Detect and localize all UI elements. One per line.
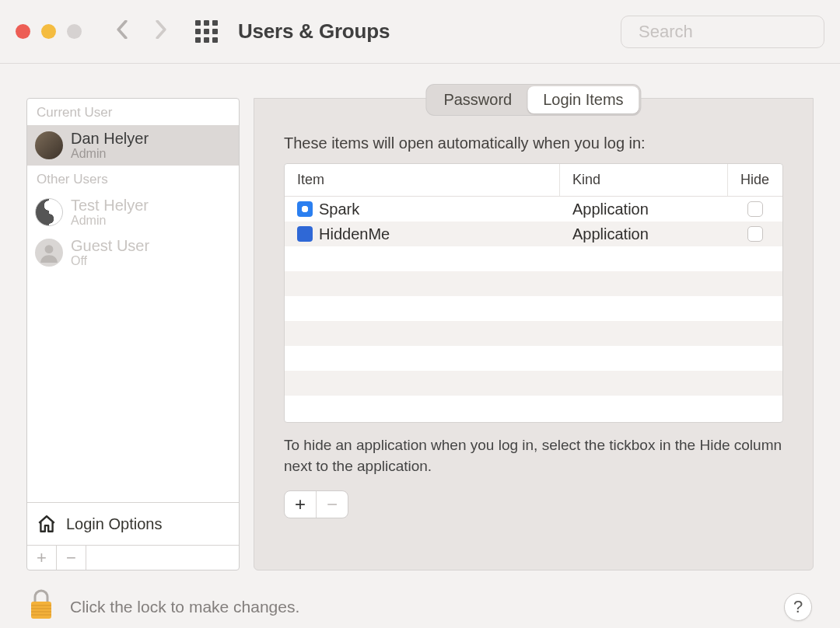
table-row-empty <box>285 396 782 420</box>
nav-arrows <box>116 20 167 43</box>
search-field[interactable] <box>621 16 824 48</box>
avatar <box>35 131 63 159</box>
tab-bar: Password Login Items <box>426 85 640 115</box>
tab-login-items[interactable]: Login Items <box>527 86 639 113</box>
sidebar-footer: + − <box>27 545 239 570</box>
pane-hint: To hide an application when you log in, … <box>284 435 783 476</box>
user-name: Guest User <box>71 237 149 254</box>
add-user-button[interactable]: + <box>27 546 57 570</box>
table-row-empty <box>285 346 782 371</box>
login-items-table: Item Kind Hide Spark Application HiddenM… <box>284 163 783 423</box>
add-login-item-button[interactable]: + <box>285 491 316 518</box>
user-role: Off <box>71 254 149 268</box>
window-controls <box>16 24 82 39</box>
section-label-current: Current User <box>27 99 239 125</box>
table-row[interactable]: Spark Application <box>285 197 782 222</box>
section-label-other: Other Users <box>27 166 239 192</box>
window-title: Users & Groups <box>238 19 390 44</box>
table-row-empty <box>285 271 782 296</box>
table-row-empty <box>285 246 782 271</box>
login-item-controls: + − <box>284 490 348 518</box>
app-icon <box>297 226 313 242</box>
user-role: Admin <box>71 214 149 228</box>
login-options-button[interactable]: Login Options <box>27 502 239 545</box>
item-kind: Application <box>560 224 728 245</box>
table-row-empty <box>285 371 782 396</box>
toolbar: Users & Groups <box>0 0 840 64</box>
hide-checkbox[interactable] <box>747 226 763 242</box>
avatar <box>35 239 63 267</box>
table-header: Item Kind Hide <box>285 164 782 197</box>
help-button[interactable]: ? <box>784 593 812 621</box>
item-name: HiddenMe <box>319 225 390 243</box>
show-all-prefs-button[interactable] <box>195 20 218 43</box>
table-row[interactable]: HiddenMe Application <box>285 222 782 246</box>
lock-hint-text: Click the lock to make changes. <box>70 598 299 616</box>
user-name: Dan Helyer <box>71 130 149 147</box>
remove-user-button[interactable]: − <box>57 546 86 570</box>
col-item[interactable]: Item <box>285 164 560 196</box>
user-row-guest[interactable]: Guest User Off <box>27 232 239 273</box>
remove-login-item-button[interactable]: − <box>317 491 348 518</box>
table-row-empty <box>285 296 782 321</box>
footer: Click the lock to make changes. ? <box>0 570 840 624</box>
login-options-label: Login Options <box>66 515 162 533</box>
home-icon <box>37 514 57 534</box>
item-name: Spark <box>319 201 359 218</box>
col-hide[interactable]: Hide <box>728 164 782 196</box>
back-button[interactable] <box>116 20 128 43</box>
table-row-empty <box>285 321 782 346</box>
col-kind[interactable]: Kind <box>560 164 728 196</box>
avatar <box>35 198 63 226</box>
app-icon <box>297 201 313 217</box>
forward-button[interactable] <box>155 20 167 43</box>
tab-password[interactable]: Password <box>428 86 527 113</box>
lock-button[interactable] <box>28 589 54 624</box>
user-role: Admin <box>71 147 149 161</box>
user-sidebar: Current User Dan Helyer Admin Other User… <box>26 98 240 570</box>
search-input[interactable] <box>639 22 840 42</box>
item-kind: Application <box>560 199 728 220</box>
user-name: Test Helyer <box>71 197 149 214</box>
grid-icon <box>195 20 218 43</box>
minimize-window-button[interactable] <box>41 24 56 39</box>
user-row-other[interactable]: Test Helyer Admin <box>27 192 239 232</box>
table-body: Spark Application HiddenMe Application <box>285 197 782 420</box>
lock-icon <box>28 589 54 620</box>
svg-rect-3 <box>31 602 51 619</box>
main-pane: Password Login Items These items will op… <box>254 98 814 570</box>
pane-description: These items will open automatically when… <box>284 134 783 152</box>
hide-checkbox[interactable] <box>747 201 763 217</box>
zoom-window-button[interactable] <box>67 24 82 39</box>
svg-point-2 <box>45 245 54 253</box>
user-row-current[interactable]: Dan Helyer Admin <box>27 125 239 166</box>
close-window-button[interactable] <box>16 24 30 39</box>
